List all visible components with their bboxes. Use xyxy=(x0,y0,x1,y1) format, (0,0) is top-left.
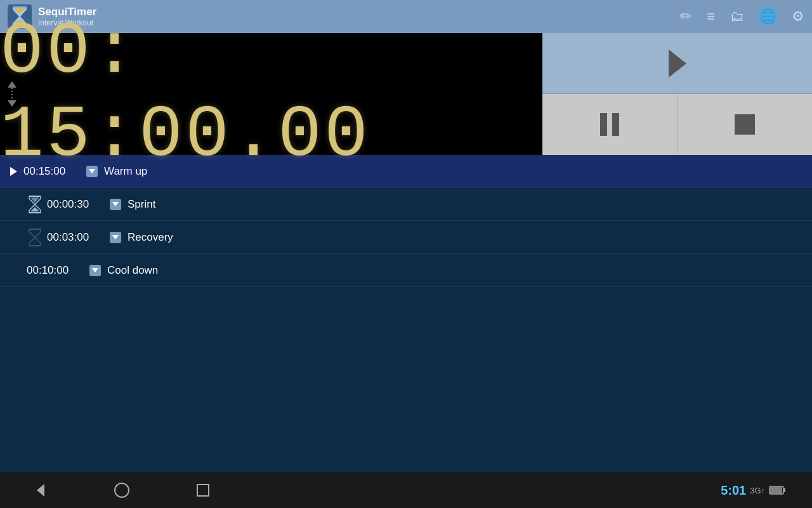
main-content: 00: 15:00.00 xyxy=(0,33,812,472)
down-arrow-icon[interactable] xyxy=(89,265,101,276)
battery-icon xyxy=(769,485,787,495)
pause-stop-row xyxy=(542,94,812,155)
svg-marker-14 xyxy=(29,229,41,246)
interval-label: Sprint xyxy=(128,198,155,211)
svg-marker-8 xyxy=(8,100,16,107)
svg-rect-21 xyxy=(783,488,785,492)
timer-display: 00: 15:00.00 xyxy=(0,11,542,177)
interval-row[interactable]: 00:10:00 Cool down xyxy=(0,254,812,287)
folder-icon[interactable]: 🗂 xyxy=(730,8,744,25)
interval-time: 00:00:30 xyxy=(47,198,107,211)
drag-handle[interactable] xyxy=(8,81,16,107)
svg-rect-19 xyxy=(197,485,209,496)
svg-marker-6 xyxy=(8,81,16,88)
control-panel xyxy=(542,33,812,155)
interval-label: Cool down xyxy=(107,264,158,277)
interval-row[interactable]: 00:00:30 Sprint xyxy=(0,188,812,221)
down-arrow-icon[interactable] xyxy=(110,199,121,210)
interval-time: 00:03:00 xyxy=(47,231,107,244)
stop-button[interactable] xyxy=(678,94,812,155)
back-button[interactable] xyxy=(25,475,56,505)
stop-icon xyxy=(735,114,755,135)
top-bar-actions: ✏ ≡ 🗂 🌐 ⚙ xyxy=(680,8,804,25)
timer-panel: 00: 15:00.00 xyxy=(0,33,542,155)
pause-button[interactable] xyxy=(542,94,678,155)
hourglass-icon xyxy=(28,229,42,246)
list-icon[interactable]: ≡ xyxy=(707,8,715,25)
interval-row[interactable]: 00:03:00 Recovery xyxy=(0,221,812,254)
nav-bar: 5:01 3G↑ xyxy=(0,472,812,508)
svg-rect-22 xyxy=(770,487,782,493)
play-button[interactable] xyxy=(542,33,812,94)
clock-display: 5:01 xyxy=(721,483,746,498)
globe-icon[interactable]: 🌐 xyxy=(759,8,776,25)
settings-icon[interactable]: ⚙ xyxy=(792,8,804,25)
interval-time: 00:10:00 xyxy=(27,264,87,277)
svg-point-18 xyxy=(115,483,129,497)
interval-label: Recovery xyxy=(128,231,173,244)
hourglass-icon xyxy=(28,196,42,213)
recents-button[interactable] xyxy=(188,475,218,505)
play-icon xyxy=(669,50,686,77)
pause-icon xyxy=(600,113,619,136)
down-arrow-icon[interactable] xyxy=(110,232,121,243)
signal-icon: 3G↑ xyxy=(750,486,765,495)
svg-marker-17 xyxy=(37,484,44,497)
status-bar-right: 5:01 3G↑ xyxy=(721,483,787,498)
home-button[interactable] xyxy=(107,475,137,505)
pencil-icon[interactable]: ✏ xyxy=(680,8,691,25)
